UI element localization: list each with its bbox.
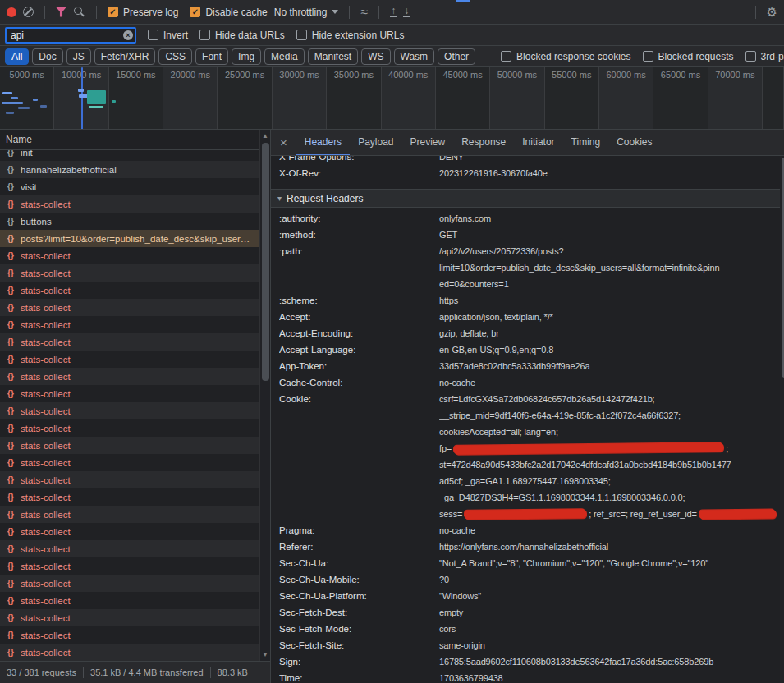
checkbox-box[interactable]: [643, 51, 653, 62]
request-row[interactable]: {}stats-collect: [0, 454, 270, 471]
header-value-line: limit=10&order=publish_date_desc&skip_us…: [439, 259, 778, 276]
clear-filter-icon[interactable]: ×: [123, 30, 133, 40]
record-button[interactable]: [7, 7, 16, 17]
request-row[interactable]: {}stats-collect: [0, 385, 270, 402]
filter-pill-font[interactable]: Font: [195, 48, 228, 65]
filter-checkbox-invert[interactable]: Invert: [148, 30, 188, 41]
request-row[interactable]: {}visit: [0, 178, 270, 195]
request-row[interactable]: {}stats-collect: [0, 592, 270, 609]
checkbox-box[interactable]: ✓: [190, 7, 200, 17]
header-name: X-Of-Rev:: [279, 165, 439, 181]
request-row[interactable]: {}stats-collect: [0, 333, 270, 351]
scrollbar-thumb[interactable]: [262, 143, 269, 381]
network-conditions-icon[interactable]: ≈: [360, 7, 368, 18]
import-har-icon[interactable]: ↑: [390, 7, 397, 17]
filter-pill-all[interactable]: All: [5, 48, 29, 65]
filter-pill-css[interactable]: CSS: [158, 48, 192, 65]
typefilter-checkbox-blocked-requests[interactable]: Blocked requests: [643, 51, 734, 62]
scroll-down-arrow[interactable]: ▼: [260, 651, 270, 658]
filter-pill-ws[interactable]: WS: [361, 48, 390, 65]
request-row[interactable]: {}stats-collect: [0, 316, 270, 333]
request-row[interactable]: {}stats-collect: [0, 488, 270, 506]
checkbox-box[interactable]: [501, 51, 511, 62]
request-row[interactable]: {}stats-collect: [0, 368, 270, 385]
typefilter-checkbox-3rd-party-requests[interactable]: 3rd-party requests: [745, 51, 784, 62]
tab-response[interactable]: Response: [453, 130, 514, 155]
timeline-label: 40000 ms: [382, 70, 435, 80]
checkbox-box[interactable]: [148, 30, 158, 40]
filter-pill-other[interactable]: Other: [438, 48, 475, 65]
request-row[interactable]: {}hannahelizabethofficial: [0, 161, 270, 178]
toolbar-checkbox-disable-cache[interactable]: ✓Disable cache: [190, 7, 267, 18]
json-braces-icon: {}: [5, 596, 16, 605]
header-row: Time:1703636799438: [271, 670, 784, 683]
request-row[interactable]: {}stats-collect: [0, 402, 270, 419]
filter-pill-js[interactable]: JS: [66, 48, 91, 65]
request-row[interactable]: {}stats-collect: [0, 575, 270, 592]
header-name: Time:: [279, 670, 439, 683]
filter-funnel-icon[interactable]: [56, 7, 66, 17]
checkbox-box[interactable]: [745, 51, 756, 62]
filter-pill-doc[interactable]: Doc: [32, 48, 62, 65]
request-row[interactable]: {}stats-collect: [0, 557, 270, 575]
close-icon[interactable]: ×: [271, 130, 296, 155]
checkbox-box[interactable]: ✓: [108, 7, 118, 17]
typefilter-checkbox-blocked-response-cookies[interactable]: Blocked response cookies: [501, 51, 630, 62]
tab-timing[interactable]: Timing: [563, 130, 609, 155]
request-row[interactable]: {}stats-collect: [0, 282, 270, 299]
right-scrollbar[interactable]: [780, 156, 784, 683]
filter-checkbox-hide-data-urls[interactable]: Hide data URLs: [199, 30, 285, 41]
request-row[interactable]: {}init: [0, 150, 270, 161]
chevron-down-icon: [332, 10, 338, 14]
filter-input[interactable]: [5, 27, 136, 44]
settings-gear-icon[interactable]: ⚙: [767, 5, 777, 20]
scroll-up-arrow[interactable]: ▲: [260, 132, 270, 140]
request-row[interactable]: {}stats-collect: [0, 419, 270, 437]
checkbox-box[interactable]: [296, 30, 307, 40]
json-braces-icon: {}: [5, 613, 16, 622]
request-row[interactable]: {}stats-collect: [0, 264, 270, 282]
header-row: :path:/api2/v2/users/20572336/posts?limi…: [271, 243, 784, 292]
tab-headers[interactable]: Headers: [296, 130, 350, 155]
filter-pill-img[interactable]: Img: [232, 48, 261, 65]
request-row[interactable]: {}stats-collect: [0, 506, 270, 523]
request-row[interactable]: {}stats-collect: [0, 351, 270, 368]
search-icon[interactable]: [73, 6, 85, 18]
filter-checkbox-hide-extension-urls[interactable]: Hide extension URLs: [296, 30, 405, 41]
request-row[interactable]: {}stats-collect: [0, 471, 270, 488]
request-headers-section[interactable]: ▾ Request Headers: [271, 189, 784, 208]
request-row[interactable]: {}stats-collect: [0, 437, 270, 454]
request-list-header[interactable]: Name: [0, 130, 270, 150]
request-row[interactable]: {}stats-collect: [0, 247, 270, 264]
timeline-overview[interactable]: 5000 ms10000 ms15000 ms20000 ms25000 ms3…: [0, 67, 784, 130]
header-name: Accept-Encoding:: [279, 325, 439, 342]
throttling-dropdown[interactable]: No throttling: [274, 7, 339, 18]
request-row[interactable]: {}buttons: [0, 213, 270, 230]
json-braces-icon: {}: [5, 165, 16, 174]
request-row[interactable]: {}stats-collect: [0, 540, 270, 557]
filter-pill-fetch-xhr[interactable]: Fetch/XHR: [94, 48, 156, 65]
header-row: Sign:16785:5aad9602cf110608b03133de56364…: [271, 653, 784, 670]
request-row[interactable]: {}posts?limit=10&order=publish_date_desc…: [0, 230, 270, 247]
tab-cookies[interactable]: Cookies: [608, 130, 660, 155]
export-har-icon[interactable]: ↓: [403, 7, 410, 17]
request-row[interactable]: {}stats-collect: [0, 626, 270, 644]
tab-payload[interactable]: Payload: [350, 130, 401, 155]
left-scrollbar[interactable]: ▲ ▼: [259, 130, 270, 661]
clear-network-log-button[interactable]: [23, 7, 34, 17]
toolbar-checkbox-preserve-log[interactable]: ✓Preserve log: [108, 7, 178, 18]
request-row[interactable]: {}stats-collect: [0, 195, 270, 213]
tab-preview[interactable]: Preview: [402, 130, 454, 155]
tab-initiator[interactable]: Initiator: [514, 130, 562, 155]
request-row[interactable]: {}stats-collect: [0, 609, 270, 626]
filter-pill-wasm[interactable]: Wasm: [394, 48, 435, 65]
request-row[interactable]: {}stats-collect: [0, 644, 270, 661]
details-panel: × HeadersPayloadPreviewResponseInitiator…: [271, 130, 784, 683]
checkbox-box[interactable]: [199, 30, 210, 40]
header-value: ?0: [439, 571, 784, 588]
filter-pill-media[interactable]: Media: [264, 48, 305, 65]
request-row[interactable]: {}stats-collect: [0, 299, 270, 316]
filter-pill-manifest[interactable]: Manifest: [308, 48, 358, 65]
json-braces-icon: {}: [5, 406, 16, 415]
request-row[interactable]: {}stats-collect: [0, 523, 270, 540]
